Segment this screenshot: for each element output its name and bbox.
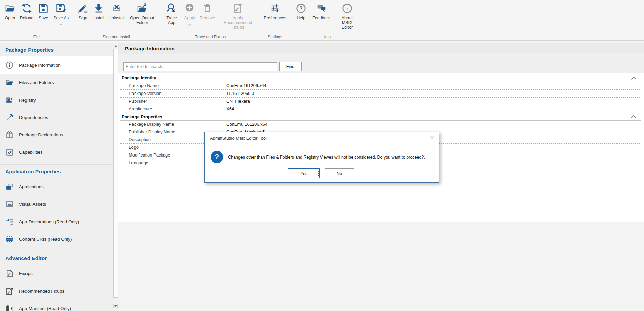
- row-value[interactable]: X64: [224, 105, 641, 113]
- search-input[interactable]: [123, 62, 277, 71]
- sidebar-scrollbar[interactable]: [113, 43, 118, 311]
- find-button[interactable]: Find: [279, 62, 302, 71]
- dialog-message: Changes other than Files & Folders and R…: [228, 155, 425, 160]
- sign-label: Sign: [79, 16, 87, 20]
- sidebar-item-label: Content URIs (Read Only): [19, 237, 72, 242]
- sidebar-item-capabilities[interactable]: Capabilities: [0, 143, 113, 161]
- save-as-icon: [55, 2, 67, 15]
- sidebar-item-registry[interactable]: Registry: [0, 91, 113, 109]
- section-header-package-properties[interactable]: Package Properties: [120, 113, 641, 121]
- no-button[interactable]: No: [325, 168, 354, 178]
- sidebar-item-app-declarations[interactable]: App Declarations (Read Only): [0, 213, 113, 230]
- save-as-label: Save As: [53, 16, 69, 20]
- download-install-icon: [93, 2, 105, 15]
- reload-button[interactable]: Reload: [20, 2, 34, 20]
- ribbon-group-help: ? Help Feedback i About MSIX Editor Help: [289, 0, 364, 40]
- sidebar-item-visual-assets[interactable]: Visual Assets: [0, 195, 113, 213]
- ribbon-group-label-help: Help: [289, 35, 364, 39]
- save-label: Save: [39, 16, 48, 20]
- about-msix-editor-button[interactable]: i About MSIX Editor: [336, 2, 358, 30]
- pencil-sign-icon: [77, 2, 89, 15]
- question-circle-icon: ?: [295, 2, 307, 15]
- sidebar-item-applications[interactable]: Applications: [0, 178, 113, 195]
- ribbon-group-settings: Preferences Settings: [261, 0, 289, 40]
- feedback-bubbles-icon: [315, 2, 327, 15]
- remove-button[interactable]: Remove: [200, 2, 215, 20]
- svg-text:?: ?: [299, 5, 303, 11]
- ribbon-group-file: Open Reload Save Save As: [0, 0, 73, 40]
- ribbon-group-label-settings: Settings: [261, 35, 289, 39]
- info-icon: [5, 61, 14, 69]
- sidebar-item-label: Files and Folders: [19, 80, 54, 85]
- apply-button[interactable]: Apply: [183, 2, 196, 23]
- table-row[interactable]: Publisher CN=Flexera: [120, 98, 641, 105]
- sidebar-item-label: Fixups: [19, 271, 33, 276]
- feedback-button[interactable]: Feedback: [312, 2, 331, 20]
- trash-icon: [201, 2, 213, 15]
- save-icon: [37, 2, 49, 15]
- section-header-package-identity[interactable]: Package Identity: [120, 74, 641, 82]
- table-row[interactable]: Package Version 11.161.2060.0: [120, 90, 641, 98]
- sidebar-nav: Package Properties Package Information F…: [0, 43, 113, 311]
- row-value[interactable]: ConEmu161206.x64: [224, 82, 641, 89]
- sidebar-item-label: Capabilities: [19, 150, 43, 155]
- scrollbar-thumb[interactable]: [113, 49, 118, 298]
- sidebar-heading-package-properties: Package Properties: [0, 43, 113, 56]
- wrench-doc-icon: [5, 269, 14, 278]
- open-output-folder-icon: [136, 2, 148, 15]
- row-value[interactable]: CN=Flexera: [224, 98, 641, 105]
- sidebar-item-dependencies[interactable]: Dependencies: [0, 109, 113, 126]
- ribbon-group-label-sign-install: Sign and Install: [73, 35, 160, 39]
- open-output-folder-button[interactable]: Open Output Folder: [128, 2, 156, 25]
- svg-text:i: i: [346, 6, 348, 11]
- scroll-down-button[interactable]: [113, 304, 118, 308]
- checkbox-icon: [5, 148, 14, 157]
- sidebar-item-fixups[interactable]: Fixups: [0, 265, 113, 282]
- sidebar-item-files-and-folders[interactable]: Files and Folders: [0, 74, 113, 91]
- app-window-icon: [5, 182, 14, 191]
- sidebar-item-app-manifest[interactable]: App Manifest (Read Only): [0, 300, 113, 311]
- section-header-label: Package Properties: [122, 113, 162, 121]
- apply-recommended-fixups-button[interactable]: Apply Recommended Fixups: [219, 2, 257, 30]
- row-value[interactable]: 11.161.2060.0: [224, 90, 641, 97]
- sidebar-item-package-declarations[interactable]: Package Declarations: [0, 126, 113, 143]
- chevron-down-icon[interactable]: [59, 21, 63, 23]
- scroll-up-button[interactable]: [113, 44, 118, 48]
- close-icon[interactable]: ✕: [430, 135, 434, 141]
- content-background-strip: [118, 222, 644, 311]
- sign-button[interactable]: Sign: [77, 2, 89, 20]
- preferences-button[interactable]: Preferences: [264, 2, 286, 20]
- yes-button[interactable]: Yes: [288, 168, 320, 178]
- remove-label: Remove: [200, 16, 215, 20]
- reload-icon: [21, 2, 33, 15]
- registry-blocks-icon: [5, 96, 14, 104]
- uninstall-button[interactable]: Uninstall: [109, 2, 125, 20]
- gift-icon: [5, 130, 14, 139]
- chevron-down-icon: [188, 21, 191, 23]
- preferences-label: Preferences: [264, 16, 286, 20]
- apply-recommended-fixups-label: Apply Recommended Fixups: [219, 16, 257, 30]
- help-button[interactable]: ? Help: [295, 2, 307, 20]
- fixups-star-doc-icon: [232, 2, 244, 15]
- chevron-up-icon[interactable]: [631, 77, 636, 80]
- chevron-up-icon[interactable]: [631, 115, 636, 118]
- trace-app-button[interactable]: Trace App: [164, 2, 179, 25]
- sidebar-item-package-information[interactable]: Package Information: [0, 56, 113, 74]
- save-as-button[interactable]: Save As: [53, 2, 69, 23]
- section-header-label: Package Identity: [122, 74, 156, 82]
- sidebar-item-recommended-fixups[interactable]: Recommended Fixups: [0, 282, 113, 300]
- open-output-folder-label: Open Output Folder: [128, 16, 156, 25]
- trace-magnifier-eye-icon: [166, 2, 178, 15]
- open-button[interactable]: Open: [4, 2, 16, 20]
- table-row[interactable]: Package Display Name ConEmu 161206.x64: [120, 121, 641, 128]
- about-msix-editor-label: About MSIX Editor: [336, 16, 358, 30]
- row-value[interactable]: ConEmu 161206.x64: [224, 121, 641, 128]
- row-label: Package Display Name: [120, 121, 224, 128]
- table-row[interactable]: Package Name ConEmu161206.x64: [120, 82, 641, 90]
- sidebar-item-content-uris[interactable]: Content URIs (Read Only): [0, 230, 113, 248]
- ribbon-group-label-file: File: [0, 35, 73, 39]
- table-row[interactable]: Architecture X64: [120, 105, 641, 113]
- install-button[interactable]: Install: [93, 2, 105, 20]
- save-button[interactable]: Save: [37, 2, 49, 20]
- folder-icon: [5, 78, 14, 87]
